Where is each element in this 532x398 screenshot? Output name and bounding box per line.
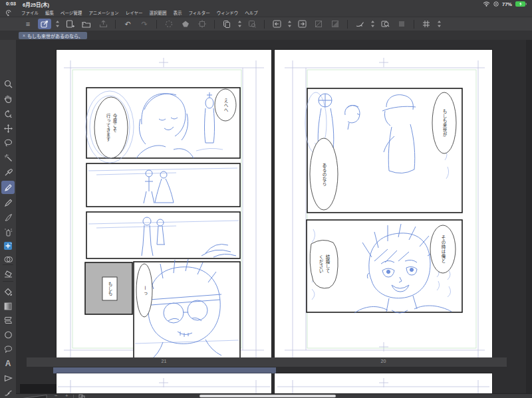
tool-brush[interactable]	[1, 211, 15, 224]
page-nav-chevron-icon[interactable]	[287, 19, 292, 29]
tool-eyedropper[interactable]	[1, 165, 15, 179]
tool-pencil[interactable]	[1, 196, 15, 209]
frame-panels-icon	[4, 316, 13, 324]
lasso-icon	[4, 139, 13, 147]
redo-icon[interactable]: ↷	[138, 19, 151, 29]
speech-bubble-text: あるのなら	[319, 151, 329, 197]
page-number-20: 20	[275, 359, 492, 363]
tool-separator	[3, 281, 13, 282]
close-tab-icon[interactable]: ×	[23, 33, 25, 38]
horizontal-scrollbar[interactable]	[200, 395, 336, 397]
menu-help[interactable]: ヘルプ	[245, 9, 258, 16]
grid-icon[interactable]	[420, 19, 433, 29]
next-page-thumbnail-right[interactable]	[275, 373, 492, 393]
menu-page-manage[interactable]: ページ管理	[61, 9, 82, 16]
manga-page-21[interactable]: 今度こそ 行ってきます えへへ もしも ーっ	[57, 50, 271, 363]
paint-bucket-icon	[4, 288, 13, 296]
menu-filter[interactable]: フィルター	[188, 9, 209, 16]
clear-selection-icon[interactable]	[162, 19, 176, 29]
status-right: 77%	[483, 1, 532, 7]
canvas-area[interactable]: 今度こそ 行ってきます えへへ もしも ーっ	[17, 40, 532, 393]
fit-page-icon[interactable]	[78, 394, 85, 398]
menu-view[interactable]: 表示	[173, 9, 182, 16]
polygon-select-icon[interactable]	[179, 19, 192, 29]
new-canvas-icon[interactable]	[63, 19, 76, 29]
grid-chevron-icon[interactable]	[436, 19, 442, 29]
export-icon[interactable]	[96, 19, 110, 29]
zoom-slider[interactable]	[23, 395, 47, 398]
menu-layer[interactable]: レイヤー	[126, 9, 143, 16]
ellipse-icon	[4, 331, 13, 339]
magnifier-icon	[4, 80, 13, 88]
toolbar-separator	[156, 20, 157, 29]
speech-bubble-text: もしも来世が	[440, 100, 449, 146]
clip-studio-logo-icon[interactable]	[5, 9, 12, 16]
next-page-thumbnail-left[interactable]	[57, 373, 271, 393]
manga-page-20[interactable]: もしも来世が あるのなら その時は俺と 結婚して ください	[275, 50, 492, 363]
open-file-icon[interactable]	[80, 19, 93, 29]
tool-correct-line[interactable]	[1, 386, 15, 398]
menu-bar: ファイル 編集 ページ管理 アニメーション レイヤー 選択範囲 表示 フィルター…	[0, 8, 532, 17]
object-tool-button[interactable]	[38, 19, 51, 29]
vertical-scrollbar-track[interactable]	[526, 40, 532, 393]
battery-icon	[515, 1, 527, 7]
clock-text: 0:03	[6, 1, 16, 8]
next-page-icon[interactable]	[295, 19, 309, 29]
menu-edit[interactable]: 編集	[45, 9, 54, 16]
copy-chevron-icon[interactable]	[237, 19, 242, 29]
tool-eraser[interactable]	[1, 267, 15, 280]
selected-page-header[interactable]	[53, 367, 276, 373]
tool-auto-select[interactable]	[1, 151, 15, 164]
tool-move[interactable]	[1, 122, 15, 135]
paste-icon[interactable]	[245, 19, 259, 29]
menu-animation[interactable]: アニメーション	[88, 9, 118, 16]
wifi-icon	[483, 1, 490, 7]
hand-icon	[4, 94, 12, 103]
speech-bubble-text: 結婚して ください	[315, 243, 332, 285]
tool-zoom[interactable]	[1, 77, 15, 90]
copy-icon[interactable]	[220, 19, 233, 29]
tool-separator	[3, 264, 13, 265]
zoom-area-icon[interactable]	[378, 19, 392, 29]
tool-fill[interactable]	[1, 285, 15, 298]
menu-window[interactable]: ウィンドウ	[217, 9, 239, 16]
airbrush-icon	[4, 228, 13, 237]
zoom-out-button[interactable]: −	[55, 394, 58, 398]
pen-icon	[4, 183, 13, 192]
previous-page-icon[interactable]	[270, 19, 283, 29]
tool-hand[interactable]	[1, 92, 15, 105]
text-a-icon: A	[5, 359, 11, 368]
invert-selection-icon[interactable]	[329, 19, 342, 29]
tool-lasso-select[interactable]	[1, 136, 15, 149]
document-tab[interactable]: × もしも来世があるのなら、	[19, 32, 87, 39]
undo-icon[interactable]: ↶	[121, 19, 134, 29]
material-icon[interactable]	[395, 19, 408, 29]
crop-marks-icon[interactable]	[196, 19, 209, 29]
tool-text[interactable]: A	[1, 357, 15, 370]
zoom-in-button[interactable]: +	[65, 394, 68, 398]
ruler-triangle-icon	[4, 375, 13, 382]
tool-decoration[interactable]	[1, 239, 15, 252]
tool-frame-border[interactable]	[1, 314, 15, 327]
object-tool-chevron-icon[interactable]	[55, 19, 60, 29]
tool-airbrush[interactable]	[1, 225, 15, 239]
tool-blend[interactable]	[1, 252, 15, 266]
tool-rotate-view[interactable]	[1, 107, 15, 120]
canvas-tab-bar: × もしも来世があるのなら、	[0, 31, 532, 40]
deselect-icon[interactable]	[312, 19, 325, 29]
tool-balloon[interactable]	[1, 343, 15, 356]
menu-file[interactable]: ファイル	[21, 9, 39, 16]
tool-ruler[interactable]	[1, 371, 15, 385]
tool-gradient[interactable]	[1, 300, 15, 313]
tool-figure[interactable]	[1, 328, 15, 342]
snap-chevron-icon[interactable]	[370, 19, 375, 29]
curve-correct-icon	[4, 389, 13, 397]
tool-pen[interactable]	[1, 181, 15, 194]
main-menu-icon[interactable]: ≡	[21, 19, 35, 29]
page-21-sketch	[57, 50, 271, 363]
speech-bubble-text: ーっ	[140, 266, 149, 314]
brush-icon	[4, 213, 13, 222]
page-number-21: 21	[57, 359, 271, 363]
menu-selection[interactable]: 選択範囲	[149, 9, 166, 16]
snap-ruler-icon[interactable]	[353, 19, 366, 29]
